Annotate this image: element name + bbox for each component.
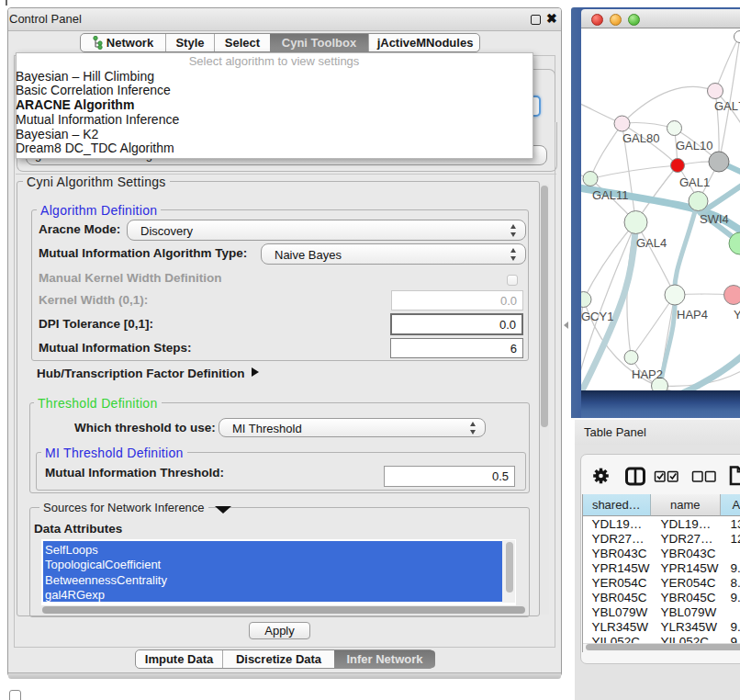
svg-text:SWI4: SWI4 (700, 212, 729, 226)
svg-text:HAP4: HAP4 (677, 308, 708, 322)
svg-text:HAP2: HAP2 (632, 367, 663, 381)
svg-text:GAL1: GAL1 (679, 175, 710, 189)
svg-text:GAL7: GAL7 (714, 99, 740, 113)
svg-text:GAL10: GAL10 (676, 139, 712, 152)
svg-text:YD: YD (734, 308, 740, 322)
svg-text:GAL4: GAL4 (636, 236, 667, 250)
svg-text:GCY1: GCY1 (581, 310, 613, 323)
svg-text:GAL11: GAL11 (592, 188, 629, 202)
svg-text:GAL80: GAL80 (622, 131, 659, 145)
